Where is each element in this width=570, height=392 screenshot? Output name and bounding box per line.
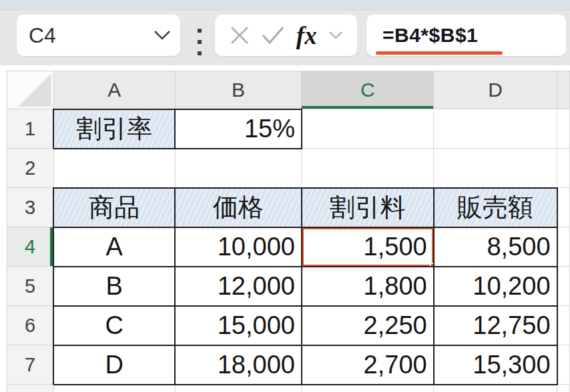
cell-D3[interactable]: 販売額 (434, 188, 557, 227)
cell-B3[interactable]: 価格 (175, 188, 302, 227)
cell-D7[interactable]: 15,300 (434, 345, 557, 385)
cell-C4-value: 1,500 (364, 233, 427, 261)
row-header-4-label: 4 (25, 236, 35, 257)
cell-C6[interactable]: 2,250 (302, 306, 434, 345)
insert-function-icon[interactable]: fx (296, 23, 317, 48)
cell-C5[interactable]: 1,800 (302, 267, 434, 306)
cell-E7[interactable] (557, 345, 570, 385)
cell-C2[interactable] (302, 149, 434, 188)
row-header-5[interactable]: 5 (7, 267, 54, 306)
cell-E4[interactable] (557, 227, 570, 267)
cell-E2[interactable] (557, 149, 570, 188)
cell-A6[interactable]: C (53, 306, 175, 345)
cell-D2[interactable] (434, 149, 557, 188)
cell-C8-partial[interactable] (302, 385, 434, 392)
cell-B8-partial[interactable] (175, 385, 302, 392)
enter-commit-icon[interactable] (262, 26, 284, 45)
cell-C3[interactable]: 割引料 (302, 188, 434, 227)
cell-E1[interactable] (557, 109, 570, 149)
cell-A8-partial[interactable] (53, 385, 175, 392)
name-box-chevron-down-icon[interactable] (154, 30, 171, 41)
sheet-row-4: 4 A 10,000 1,500 8,500 (7, 227, 570, 267)
fill-handle[interactable] (430, 263, 434, 267)
cell-E3[interactable] (557, 188, 570, 227)
column-header-b[interactable]: B (175, 71, 302, 109)
cell-E6[interactable] (557, 306, 570, 345)
name-box-value: C4 (29, 23, 56, 48)
cell-A5[interactable]: B (53, 267, 175, 306)
row-header-2[interactable]: 2 (7, 149, 54, 188)
cell-D5[interactable]: 10,200 (434, 267, 557, 306)
column-header-a[interactable]: A (53, 71, 175, 109)
sheet-row-2: 2 (7, 149, 570, 188)
column-header-row: A B C D (7, 71, 570, 109)
name-box[interactable]: C4 (17, 15, 180, 56)
sheet-row-8-partial (7, 385, 570, 392)
cell-A1[interactable]: 割引率 (53, 109, 175, 149)
column-header-e-partial[interactable] (557, 71, 570, 109)
cell-A7[interactable]: D (53, 345, 175, 385)
cell-C4-selected[interactable]: 1,500 (302, 227, 434, 267)
formula-text: =B4*$B$1 (382, 24, 478, 47)
row-header-3[interactable]: 3 (7, 188, 54, 227)
column-header-c-selected[interactable]: C (302, 71, 434, 109)
sheet-row-3: 3 商品 価格 割引料 販売額 (7, 188, 570, 227)
cell-B4[interactable]: 10,000 (175, 227, 302, 267)
cell-E8-partial[interactable] (557, 385, 570, 392)
formula-input[interactable]: =B4*$B$1 (366, 15, 566, 56)
select-all-triangle-icon (18, 73, 51, 107)
formula-buttons-group: fx (215, 15, 357, 56)
cell-B5[interactable]: 12,000 (175, 267, 302, 306)
cell-A2[interactable] (53, 149, 175, 188)
row-header-8-partial[interactable] (7, 385, 54, 392)
row-header-4-selected[interactable]: 4 (7, 227, 54, 267)
column-header-d[interactable]: D (434, 71, 557, 109)
cell-B2[interactable] (175, 149, 302, 188)
cell-A3[interactable]: 商品 (53, 188, 175, 227)
column-header-c-label: C (360, 79, 375, 101)
select-all-button[interactable] (7, 71, 54, 109)
cell-E5[interactable] (557, 267, 570, 306)
fx-chevron-down-icon[interactable] (328, 31, 343, 40)
cell-D4[interactable]: 8,500 (434, 227, 557, 267)
formula-underline-annotation (376, 51, 503, 55)
row-header-7[interactable]: 7 (7, 345, 54, 385)
row-header-1[interactable]: 1 (7, 109, 54, 149)
sheet-row-5: 5 B 12,000 1,800 10,200 (7, 267, 570, 306)
selected-column-indicator (302, 106, 433, 109)
sheet-row-7: 7 D 18,000 2,700 15,300 (7, 345, 570, 385)
formula-bar: C4 fx =B4*$B$1 (0, 10, 570, 65)
sheet-row-6: 6 C 15,000 2,250 12,750 (7, 306, 570, 345)
cell-C1[interactable] (302, 109, 434, 149)
cell-D8-partial[interactable] (434, 385, 557, 392)
cell-A4[interactable]: A (53, 227, 175, 267)
cell-D1[interactable] (434, 109, 557, 149)
row-header-6[interactable]: 6 (7, 306, 54, 345)
cancel-icon[interactable] (229, 25, 250, 46)
resize-handle-dots-icon[interactable] (198, 29, 202, 55)
cell-C7[interactable]: 2,700 (302, 345, 434, 385)
selected-row-indicator (50, 227, 53, 266)
cell-B6[interactable]: 15,000 (175, 306, 302, 345)
spreadsheet-grid: A B C D 1 割引率 15% 2 3 商品 (7, 71, 570, 392)
cell-B1[interactable]: 15% (175, 109, 302, 149)
sheet-row-1: 1 割引率 15% (7, 109, 570, 149)
cell-D6[interactable]: 12,750 (434, 306, 557, 345)
ribbon-bottom-edge (0, 0, 570, 10)
cell-B7[interactable]: 18,000 (175, 345, 302, 385)
